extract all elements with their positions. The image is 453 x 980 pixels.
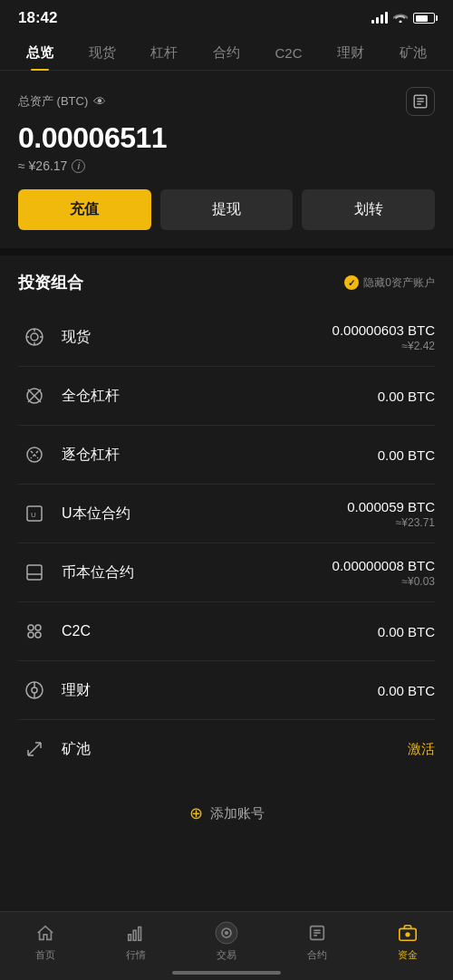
section-divider — [0, 248, 453, 255]
earn-amount: 0.00 BTC — [378, 683, 435, 698]
portfolio-title: 投资组合 — [18, 272, 83, 293]
check-icon — [344, 275, 359, 290]
svg-point-18 — [28, 625, 34, 630]
portfolio-section: 投资组合 隐藏0资产账户 现货 — [0, 255, 453, 787]
svg-point-23 — [32, 687, 37, 693]
add-account-label: 添加账号 — [210, 805, 265, 822]
svg-rect-31 — [129, 935, 131, 940]
transfer-button[interactable]: 划转 — [302, 189, 435, 230]
asset-label-row: 总资产 (BTC) 👁 — [18, 87, 435, 116]
coin-futures-amount: 0.00000008 BTC — [333, 558, 435, 573]
svg-point-20 — [28, 632, 34, 638]
coin-futures-fiat: ≈¥0.03 — [333, 575, 435, 588]
svg-rect-16 — [27, 565, 42, 580]
deposit-button[interactable]: 充值 — [18, 189, 151, 230]
mining-icon — [18, 733, 51, 765]
svg-line-26 — [28, 743, 41, 755]
wifi-icon — [393, 12, 408, 25]
bottom-nav-market[interactable]: 行情 — [109, 921, 163, 962]
portfolio-item-spot[interactable]: 现货 0.00000603 BTC ≈¥2.42 — [18, 308, 435, 367]
contract-icon — [305, 921, 329, 945]
coin-futures-label: 币本位合约 — [62, 563, 134, 582]
svg-rect-33 — [139, 927, 141, 941]
add-icon: ⊕ — [189, 803, 203, 823]
action-buttons: 充值 提现 划转 — [18, 189, 435, 230]
nav-tabs: 总览 现货 杠杆 合约 C2C 理财 矿池 — [0, 32, 453, 71]
bottom-indicator — [172, 971, 281, 975]
portfolio-item-earn[interactable]: 理财 0.00 BTC — [18, 661, 435, 720]
svg-rect-32 — [133, 930, 136, 940]
nav-tab-earn[interactable]: 理财 — [330, 41, 371, 65]
svg-text:U: U — [31, 511, 36, 519]
svg-point-21 — [35, 625, 41, 630]
usdt-futures-fiat: ≈¥23.71 — [347, 516, 435, 529]
isolated-margin-amount: 0.00 BTC — [378, 447, 435, 463]
portfolio-item-usdt-futures[interactable]: U U本位合约 0.000059 BTC ≈¥23.71 — [18, 485, 435, 543]
nav-tab-margin[interactable]: 杠杆 — [143, 41, 185, 65]
portfolio-header: 投资组合 隐藏0资产账户 — [18, 272, 435, 293]
nav-tab-spot[interactable]: 现货 — [82, 41, 123, 65]
spot-icon — [18, 321, 51, 353]
asset-section: 总资产 (BTC) 👁 0.00006511 ≈ ¥26.17 i 充值 提现 … — [0, 71, 453, 248]
spot-label: 现货 — [62, 328, 91, 347]
info-icon[interactable]: i — [72, 159, 85, 173]
portfolio-item-c2c[interactable]: C2C 0.00 BTC — [18, 602, 435, 661]
mining-label: 矿池 — [62, 740, 91, 759]
market-icon — [124, 921, 148, 945]
usdt-futures-amount: 0.000059 BTC — [347, 499, 435, 514]
bottom-nav-home[interactable]: 首页 — [18, 921, 72, 962]
nav-tab-pool[interactable]: 矿池 — [392, 41, 434, 65]
isolated-margin-icon — [18, 438, 51, 471]
market-label: 行情 — [126, 948, 146, 962]
portfolio-item-mining[interactable]: 矿池 激活 — [18, 720, 435, 778]
nav-tab-futures[interactable]: 合约 — [206, 41, 247, 65]
portfolio-item-isolated-margin[interactable]: 逐仓杠杆 0.00 BTC — [18, 426, 435, 485]
contract-label: 合约 — [307, 948, 327, 962]
home-icon — [34, 921, 57, 945]
bottom-nav: 首页 行情 交易 — [0, 911, 453, 980]
cross-margin-label: 全仓杠杆 — [62, 387, 120, 406]
spot-amount: 0.00000603 BTC — [333, 322, 435, 338]
cross-margin-amount: 0.00 BTC — [378, 389, 435, 404]
eye-icon[interactable]: 👁 — [93, 94, 106, 109]
battery-icon — [413, 13, 435, 24]
trade-label: 交易 — [217, 948, 236, 962]
bottom-nav-contract[interactable]: 合约 — [290, 921, 344, 962]
signal-icon — [371, 13, 388, 24]
status-icons — [371, 12, 435, 25]
mining-activate[interactable]: 激活 — [408, 741, 435, 758]
asset-amount: 0.00006511 — [18, 121, 435, 155]
hide-zero-toggle[interactable]: 隐藏0资产账户 — [344, 275, 435, 291]
portfolio-item-coin-futures[interactable]: 币本位合约 0.00000008 BTC ≈¥0.03 — [18, 543, 435, 602]
c2c-amount: 0.00 BTC — [378, 624, 435, 639]
funds-icon — [396, 921, 419, 945]
withdraw-button[interactable]: 提现 — [160, 189, 294, 230]
c2c-label: C2C — [62, 623, 91, 639]
earn-icon — [18, 674, 51, 706]
svg-point-37 — [225, 931, 228, 935]
c2c-icon — [18, 615, 51, 648]
portfolio-item-cross-margin[interactable]: 全仓杠杆 0.00 BTC — [18, 367, 435, 426]
asset-label: 总资产 (BTC) 👁 — [18, 93, 106, 110]
isolated-margin-label: 逐仓杠杆 — [62, 446, 120, 465]
bottom-nav-trade[interactable]: 交易 — [199, 921, 254, 962]
asset-fiat: ≈ ¥26.17 i — [18, 159, 435, 173]
status-bar: 18:42 — [0, 0, 453, 32]
cross-margin-icon — [18, 380, 51, 412]
nav-tab-c2c[interactable]: C2C — [268, 42, 310, 64]
trade-icon — [215, 921, 238, 945]
svg-point-43 — [406, 933, 410, 937]
coin-futures-icon — [18, 556, 51, 589]
usdt-futures-label: U本位合约 — [62, 504, 130, 524]
nav-tab-overview[interactable]: 总览 — [19, 41, 61, 65]
earn-label: 理财 — [62, 681, 91, 700]
svg-point-19 — [35, 632, 41, 638]
status-time: 18:42 — [18, 9, 57, 27]
home-label: 首页 — [35, 948, 55, 962]
bottom-nav-funds[interactable]: 资金 — [381, 921, 435, 962]
svg-point-5 — [31, 333, 38, 341]
history-icon-button[interactable] — [406, 87, 435, 116]
spot-fiat: ≈¥2.42 — [333, 340, 435, 352]
add-account-button[interactable]: ⊕ 添加账号 — [0, 787, 453, 840]
usdt-futures-icon: U — [18, 497, 51, 530]
